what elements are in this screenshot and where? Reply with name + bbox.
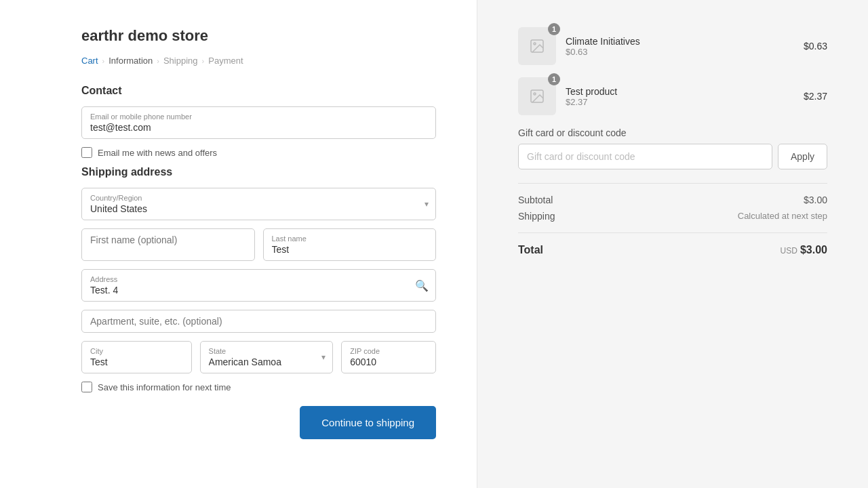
total-currency: USD <box>781 246 797 256</box>
zip-label: ZIP code <box>350 347 427 355</box>
last-name-label: Last name <box>272 235 428 243</box>
country-field[interactable]: Country/Region United States ▾ <box>81 188 436 220</box>
save-info-row: Save this information for next time <box>81 382 436 392</box>
email-news-checkbox[interactable] <box>81 147 92 158</box>
city-input[interactable] <box>90 357 183 367</box>
right-panel: 1 Climate Initiatives $0.63 $0.63 1 Test… <box>477 0 868 488</box>
store-title: earthr demo store <box>81 27 436 45</box>
subtotal-value: $3.00 <box>804 195 827 205</box>
svg-point-3 <box>534 93 536 95</box>
item-amount-2: $2.37 <box>804 91 827 102</box>
item-price-sub-1: $0.63 <box>566 47 794 57</box>
email-news-label: Email me with news and offers <box>98 148 217 158</box>
item-info-2: Test product $2.37 <box>566 86 794 107</box>
total-value: $3.00 <box>800 244 827 256</box>
last-name-input[interactable] <box>272 244 428 255</box>
breadcrumb-cart[interactable]: Cart <box>81 56 98 66</box>
breadcrumb-information: Information <box>108 56 153 66</box>
subtotal-row: Subtotal $3.00 <box>518 195 827 205</box>
city-field[interactable]: City <box>81 341 192 373</box>
apartment-group <box>81 310 436 333</box>
email-field-group: Email or mobile phone number <box>81 106 436 139</box>
order-item-2: 1 Test product $2.37 $2.37 <box>518 77 827 115</box>
item-name-1: Climate Initiatives <box>566 36 794 47</box>
discount-row: Apply <box>518 144 827 169</box>
item-name-2: Test product <box>566 86 794 97</box>
address-label: Address <box>90 275 427 283</box>
city-state-zip-row: City State American Samoa Alabama Alaska… <box>81 341 436 373</box>
item-badge-1: 1 <box>548 23 560 35</box>
name-row: Last name <box>81 228 436 261</box>
country-label: Country/Region <box>90 194 427 202</box>
item-badge-2: 1 <box>548 73 560 85</box>
address-search-icon: 🔍 <box>415 279 429 292</box>
address-field[interactable]: Address 🔍 <box>81 269 436 302</box>
item-amount-1: $0.63 <box>804 41 827 52</box>
state-label: State <box>209 347 325 355</box>
address-group: Address 🔍 <box>81 269 436 302</box>
item-image-wrapper-2: 1 <box>518 77 556 115</box>
sep-2: › <box>157 57 159 65</box>
shipping-value: Calculated at next step <box>738 211 827 222</box>
item-price-sub-2: $2.37 <box>566 97 794 107</box>
left-panel: earthr demo store Cart › Information › S… <box>0 0 477 488</box>
apply-button[interactable]: Apply <box>778 144 827 169</box>
breadcrumb-shipping: Shipping <box>163 56 198 66</box>
state-select[interactable]: American Samoa Alabama Alaska <box>209 357 325 367</box>
discount-label: Gift card or discount code <box>518 127 827 138</box>
shipping-address-title: Shipping address <box>81 166 436 178</box>
first-name-input[interactable] <box>90 235 246 245</box>
shipping-label: Shipping <box>518 211 555 222</box>
email-label: Email or mobile phone number <box>90 113 427 121</box>
apartment-field[interactable] <box>81 310 436 333</box>
email-news-row: Email me with news and offers <box>81 147 436 158</box>
state-field[interactable]: State American Samoa Alabama Alaska ▾ <box>200 341 334 373</box>
save-info-label: Save this information for next time <box>98 382 231 392</box>
total-amount: USD$3.00 <box>781 244 827 256</box>
total-row: Total USD$3.00 <box>518 244 827 256</box>
country-group: Country/Region United States ▾ <box>81 188 436 220</box>
email-input[interactable] <box>90 122 427 133</box>
breadcrumb: Cart › Information › Shipping › Payment <box>81 56 436 66</box>
continue-button[interactable]: Continue to shipping <box>300 406 436 439</box>
city-label: City <box>90 347 183 355</box>
svg-point-1 <box>534 43 536 45</box>
first-name-field[interactable] <box>81 228 255 261</box>
sep-3: › <box>202 57 205 65</box>
total-label: Total <box>518 244 543 256</box>
sep-1: › <box>102 57 105 65</box>
zip-field[interactable]: ZIP code <box>341 341 436 373</box>
country-select[interactable]: United States <box>90 203 427 214</box>
email-field[interactable]: Email or mobile phone number <box>81 106 436 139</box>
divider-2 <box>518 232 827 233</box>
zip-input[interactable] <box>350 357 427 367</box>
discount-section: Gift card or discount code Apply <box>518 127 827 169</box>
order-item-1: 1 Climate Initiatives $0.63 $0.63 <box>518 27 827 65</box>
item-info-1: Climate Initiatives $0.63 <box>566 36 794 57</box>
contact-section-title: Contact <box>81 85 436 97</box>
address-input[interactable] <box>90 285 427 296</box>
breadcrumb-payment: Payment <box>208 56 243 66</box>
item-image-wrapper-1: 1 <box>518 27 556 65</box>
save-info-checkbox[interactable] <box>81 382 92 392</box>
shipping-row: Shipping Calculated at next step <box>518 211 827 222</box>
apartment-input[interactable] <box>90 316 427 327</box>
discount-input[interactable] <box>518 144 772 169</box>
divider-1 <box>518 183 827 184</box>
last-name-field[interactable]: Last name <box>263 228 437 261</box>
subtotal-label: Subtotal <box>518 195 553 205</box>
